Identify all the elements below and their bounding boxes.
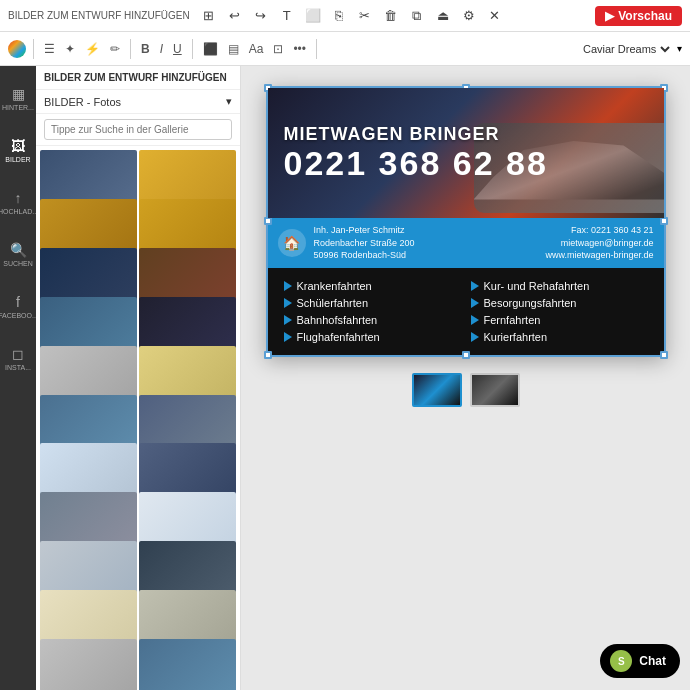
italic-button[interactable]: I (157, 40, 166, 58)
service-arrow-icon (471, 298, 479, 308)
service-item: Flughafenfahrten (284, 331, 461, 343)
contact-website: www.mietwagen-bringer.de (545, 249, 653, 262)
service-item: Bahnhofsfahrten (284, 314, 461, 326)
contact-city: 50996 Rodenbach-Süd (314, 249, 538, 262)
service-label: Fernfahrten (484, 314, 541, 326)
canvas-area: MIETWAGEN BRINGER 0221 368 62 88 🏠 Inh. … (241, 66, 690, 690)
handle-bottom-left[interactable] (264, 351, 272, 359)
search-input[interactable] (44, 119, 232, 140)
contact-bar: 🏠 Inh. Jan-Peter Schmitz Rodenbacher Str… (268, 218, 664, 268)
separator-3 (192, 39, 193, 59)
text-tool[interactable]: T (276, 5, 298, 27)
align-left2-icon[interactable]: ⬛ (200, 40, 221, 58)
service-arrow-icon (284, 332, 292, 342)
page-thumb-2-inner (472, 375, 518, 405)
service-arrow-icon (471, 332, 479, 342)
sidebar-item-instagram[interactable]: ◻ INSTA... (3, 334, 33, 382)
font-dropdown-arrow[interactable]: ▾ (677, 43, 682, 54)
separator-2 (130, 39, 131, 59)
service-label: Kurierfahrten (484, 331, 548, 343)
left-sidebar: ▦ HINTER... 🖼 BILDER ↑ HOCHLAD... 🔍 SUCH… (0, 66, 36, 690)
contact-details-left: Inh. Jan-Peter Schmitz Rodenbacher Straß… (314, 224, 538, 262)
service-arrow-icon (284, 315, 292, 325)
image-thumb[interactable]: Passagier-Strasse2 (139, 639, 236, 690)
font-size-icon[interactable]: Aa (246, 40, 267, 58)
facebook-icon: f (16, 294, 20, 310)
preview-icon: ▶ (605, 9, 614, 23)
handle-mid-right[interactable] (660, 217, 668, 225)
lightning-icon[interactable]: ⚡ (82, 40, 103, 58)
preview-button[interactable]: ▶ Vorschau (595, 6, 682, 26)
flyer-header-section: MIETWAGEN BRINGER 0221 368 62 88 (268, 88, 664, 218)
service-label: Besorgungsfahrten (484, 297, 577, 309)
duplicate-button[interactable]: ⧉ (406, 5, 428, 27)
image-grid: 1Taxi-Bahnhof1Taxi-Dachschild11Taxi-Dach… (36, 146, 240, 690)
sidebar-item-search[interactable]: 🔍 SUCHEN (3, 230, 33, 278)
search-icon: 🔍 (10, 242, 27, 258)
flyer-design[interactable]: MIETWAGEN BRINGER 0221 368 62 88 🏠 Inh. … (266, 86, 666, 357)
handle-bottom-right[interactable] (660, 351, 668, 359)
settings-button[interactable]: ⚙ (458, 5, 480, 27)
sidebar-item-images[interactable]: 🖼 BILDER (3, 126, 33, 174)
services-section: KrankenfahrtenKur- und RehafahrtenSchüle… (268, 268, 664, 355)
align-right2-icon[interactable]: ▤ (225, 40, 242, 58)
sidebar-item-background[interactable]: ▦ HINTER... (3, 74, 33, 122)
resize-icon[interactable]: ⊡ (270, 40, 286, 58)
toolbar-label: BILDER ZUM ENTWURF HINZUFÜGEN (8, 10, 190, 21)
image-thumb[interactable]: Passagier-Strasse (40, 639, 137, 690)
second-toolbar: ☰ ✦ ⚡ ✏ B I U ⬛ ▤ Aa ⊡ ••• Caviar Dreams… (0, 32, 690, 66)
delete-button[interactable]: 🗑 (380, 5, 402, 27)
top-toolbar: BILDER ZUM ENTWURF HINZUFÜGEN ⊞ ↩ ↪ T ⬜ … (0, 0, 690, 32)
chat-button[interactable]: S Chat (600, 644, 680, 678)
handle-bottom-mid[interactable] (462, 351, 470, 359)
service-label: Krankenfahrten (297, 280, 372, 292)
upload-icon: ↑ (15, 190, 22, 206)
image-panel: BILDER ZUM ENTWURF HINZUFÜGEN BILDER - F… (36, 66, 241, 690)
contact-details-right: Fax: 0221 360 43 21 mietwagen@bringer.de… (545, 224, 653, 262)
page-thumb-1-inner (414, 375, 460, 405)
contact-street: Rodenbacher Straße 200 (314, 237, 538, 250)
page-thumb-2[interactable] (470, 373, 520, 407)
frame-tool[interactable]: ⬜ (302, 5, 324, 27)
sparkle-icon[interactable]: ✦ (62, 40, 78, 58)
redo-button[interactable]: ↪ (250, 5, 272, 27)
page-thumb-1[interactable] (412, 373, 462, 407)
close-button[interactable]: ✕ (484, 5, 506, 27)
more-icon[interactable]: ••• (290, 40, 309, 58)
color-picker[interactable] (8, 40, 26, 58)
contact-fax: Fax: 0221 360 43 21 (545, 224, 653, 237)
separator-4 (316, 39, 317, 59)
service-item: Schülerfahrten (284, 297, 461, 309)
sidebar-item-upload[interactable]: ↑ HOCHLAD... (3, 178, 33, 226)
bold-button[interactable]: B (138, 40, 153, 58)
align-left-icon[interactable]: ☰ (41, 40, 58, 58)
grid-icon[interactable]: ⊞ (198, 5, 220, 27)
service-arrow-icon (284, 281, 292, 291)
category-dropdown[interactable]: BILDER - Fotos ▾ (36, 90, 240, 114)
layers-button[interactable]: ⏏ (432, 5, 454, 27)
separator-1 (33, 39, 34, 59)
images-icon: 🖼 (11, 138, 25, 154)
pen-icon[interactable]: ✏ (107, 40, 123, 58)
service-item: Kur- und Rehafahrten (471, 280, 648, 292)
service-arrow-icon (471, 281, 479, 291)
category-label: BILDER - Fotos (44, 96, 121, 108)
service-label: Flughafenfahrten (297, 331, 380, 343)
handle-mid-left[interactable] (264, 217, 272, 225)
service-arrow-icon (471, 315, 479, 325)
copy-button[interactable]: ⎘ (328, 5, 350, 27)
company-name: MIETWAGEN BRINGER (284, 124, 648, 145)
phone-number: 0221 368 62 88 (284, 145, 648, 182)
service-arrow-icon (284, 298, 292, 308)
preview-label: Vorschau (618, 9, 672, 23)
scissors-tool[interactable]: ✂ (354, 5, 376, 27)
service-label: Bahnhofsfahrten (297, 314, 378, 326)
font-selector[interactable]: Caviar Dreams (579, 42, 673, 56)
chat-label: Chat (639, 654, 666, 668)
undo-button[interactable]: ↩ (224, 5, 246, 27)
search-box (36, 114, 240, 146)
home-icon: 🏠 (278, 229, 306, 257)
page-thumbnails (412, 373, 520, 407)
sidebar-item-facebook[interactable]: f FACEBOO... (3, 282, 33, 330)
underline-button[interactable]: U (170, 40, 185, 58)
